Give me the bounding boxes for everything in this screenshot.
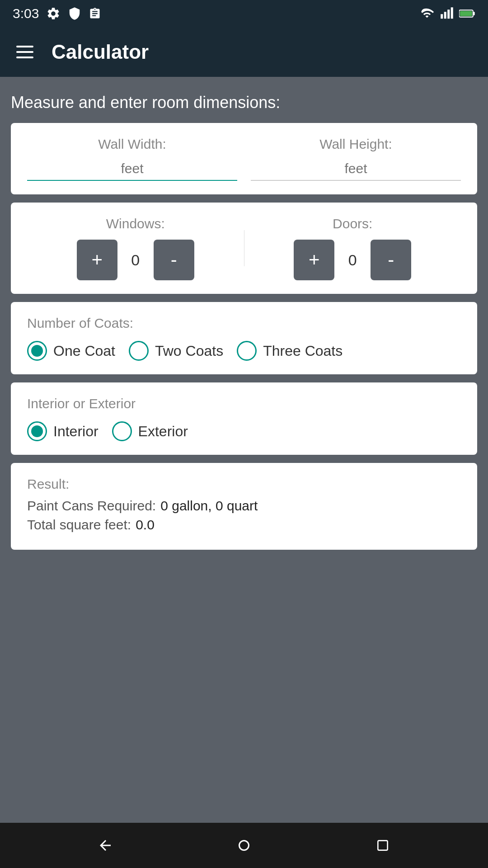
svg-rect-3 (451, 7, 453, 19)
back-button[interactable] (93, 833, 117, 858)
wall-height-input[interactable] (251, 157, 461, 181)
bottom-nav (0, 823, 488, 868)
interior-radio-inner (31, 425, 43, 437)
dimensions-card: Wall Width: Wall Height: (11, 123, 477, 194)
windows-group: Windows: + 0 - (27, 216, 244, 280)
windows-minus-button[interactable]: - (154, 240, 194, 280)
hamburger-menu-button[interactable] (16, 46, 33, 58)
svg-rect-2 (447, 9, 450, 19)
interior-radio-outer (27, 421, 47, 441)
windows-plus-button[interactable]: + (77, 240, 117, 280)
recents-button[interactable] (371, 833, 395, 858)
settings-icon (46, 6, 61, 21)
doors-plus-button[interactable]: + (294, 240, 334, 280)
paint-cans-label: Paint Cans Required: (27, 498, 156, 514)
app-bar-title: Calculator (52, 41, 149, 63)
interior-exterior-card: Interior or Exterior Interior Exterior (11, 382, 477, 455)
paint-cans-value: 0 gallon, 0 quart (160, 498, 258, 514)
doors-value: 0 (343, 251, 361, 269)
dimensions-row: Wall Width: Wall Height: (27, 137, 461, 181)
three-coats-label: Three Coats (263, 343, 343, 359)
exterior-label: Exterior (138, 423, 188, 440)
interior-exterior-label: Interior or Exterior (27, 396, 461, 411)
two-coats-option[interactable]: Two Coats (129, 341, 223, 361)
shield-icon (68, 6, 81, 21)
one-coat-label: One Coat (53, 343, 115, 359)
counters-row: Windows: + 0 - Doors: + 0 - (27, 216, 461, 280)
paint-cans-row: Paint Cans Required: 0 gallon, 0 quart (27, 498, 461, 514)
clipboard-icon (89, 6, 101, 21)
wall-height-group: Wall Height: (251, 137, 461, 181)
interior-option[interactable]: Interior (27, 421, 99, 441)
windows-label: Windows: (106, 216, 165, 231)
two-coats-label: Two Coats (155, 343, 223, 359)
total-sqft-value: 0.0 (136, 517, 155, 533)
wall-width-label: Wall Width: (98, 137, 166, 152)
coats-card: Number of Coats: One Coat Two Coats Thre… (11, 302, 477, 374)
home-button[interactable] (232, 833, 256, 858)
battery-icon (459, 8, 475, 19)
home-icon (236, 837, 252, 854)
wall-height-label: Wall Height: (319, 137, 392, 152)
svg-rect-8 (378, 840, 387, 850)
windows-controls: + 0 - (77, 240, 194, 280)
exterior-radio-outer (112, 421, 132, 441)
recents-icon (375, 838, 390, 853)
one-coat-option[interactable]: One Coat (27, 341, 115, 361)
svg-rect-5 (473, 12, 475, 15)
svg-rect-6 (460, 11, 472, 16)
result-card: Result: Paint Cans Required: 0 gallon, 0… (11, 463, 477, 550)
doors-label: Doors: (333, 216, 372, 231)
doors-minus-button[interactable]: - (371, 240, 411, 280)
coats-section-label: Number of Coats: (27, 316, 461, 331)
wall-width-input[interactable] (27, 157, 237, 181)
one-coat-radio-inner (31, 345, 43, 357)
result-label: Result: (27, 476, 461, 492)
one-coat-radio-outer (27, 341, 47, 361)
interior-exterior-radio-group: Interior Exterior (27, 421, 461, 441)
three-coats-radio-outer (237, 341, 257, 361)
status-right (419, 7, 475, 20)
wifi-icon (419, 7, 435, 20)
status-left: 3:03 (13, 6, 101, 21)
two-coats-radio-outer (129, 341, 149, 361)
main-content: Measure and enter room dimensions: Wall … (0, 77, 488, 823)
wall-width-group: Wall Width: (27, 137, 237, 181)
signal-icon (440, 7, 454, 20)
status-time: 3:03 (13, 6, 39, 21)
svg-rect-0 (441, 14, 443, 19)
doors-group: Doors: + 0 - (244, 216, 461, 280)
app-bar: Calculator (0, 27, 488, 77)
svg-rect-1 (444, 12, 446, 19)
counters-card: Windows: + 0 - Doors: + 0 - (11, 203, 477, 294)
three-coats-option[interactable]: Three Coats (237, 341, 343, 361)
coats-radio-group: One Coat Two Coats Three Coats (27, 341, 461, 361)
status-bar: 3:03 (0, 0, 488, 27)
windows-value: 0 (127, 251, 145, 269)
interior-label: Interior (53, 423, 99, 440)
main-instruction: Measure and enter room dimensions: (11, 93, 477, 112)
exterior-option[interactable]: Exterior (112, 421, 188, 441)
back-icon (97, 837, 113, 854)
total-sqft-label: Total square feet: (27, 517, 131, 533)
total-sqft-row: Total square feet: 0.0 (27, 517, 461, 533)
svg-point-7 (239, 841, 249, 850)
doors-controls: + 0 - (294, 240, 411, 280)
